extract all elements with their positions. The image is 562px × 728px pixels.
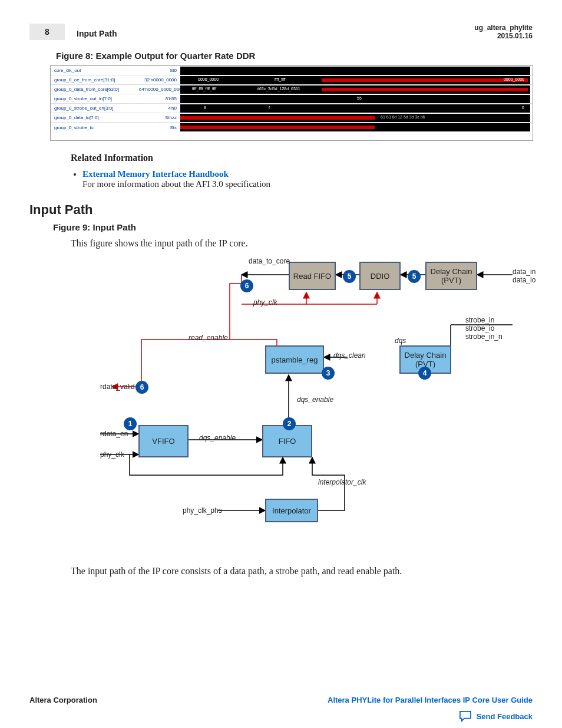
footer-guide-link[interactable]: Altera PHYLite for Parallel Interfaces I… <box>328 696 533 704</box>
num-badge: 5 <box>408 270 421 283</box>
num-badge: 6 <box>240 279 253 292</box>
related-desc: For more information about the AFI 3.0 s… <box>82 179 270 189</box>
header-left: 8 Input Path <box>29 24 117 40</box>
lbl-dqs-enable-2: dqs_enable <box>199 434 236 442</box>
lbl-data-to-core: data_to_core <box>249 257 290 265</box>
lbl-phy-clk-phs: phy_clk_phs <box>183 506 222 515</box>
num-badge: 1 <box>124 417 137 430</box>
header-right: ug_altera_phylite 2015.01.16 <box>474 24 533 40</box>
lbl-dqs: dqs <box>395 337 406 345</box>
box-delay-chain-1: Delay Chain (PVT) <box>425 262 477 290</box>
figure9-diagram: Read FIFO DDIO Delay Chain (PVT) pstambl… <box>65 257 518 552</box>
num-badge: 3 <box>322 367 335 380</box>
num-badge: 6 <box>135 381 148 394</box>
wave-value: Stx <box>139 125 180 130</box>
related-information-heading: Related Information <box>71 153 533 163</box>
lbl-rdata-en: rdata_en <box>100 430 128 438</box>
lbl-data-in: data_in <box>513 268 535 276</box>
page-number: 8 <box>29 24 65 40</box>
feedback-label: Send Feedback <box>477 712 533 721</box>
lbl-dqs-clean: dqs_clean <box>333 351 366 360</box>
wave-label: group_0_strobe_out_in[7:0] <box>51 96 139 101</box>
lbl-phy-clk-2: phy_clk <box>100 450 124 459</box>
lbl-strobe-in: strobe_in <box>465 316 494 324</box>
lbl-dqs-enable: dqs_enable <box>297 396 333 404</box>
lbl-interpolator-clk: interpolator_clk <box>318 478 366 486</box>
body-paragraph: The input path of the IP core consists o… <box>71 566 533 577</box>
doc-date: 2015.01.16 <box>474 32 533 40</box>
wave-label: group_0_strobe_io <box>51 125 139 130</box>
num-badge: 4 <box>418 367 431 380</box>
feedback-icon <box>459 710 472 722</box>
wave-label: group_0_data_from_core[63:0] <box>51 87 139 92</box>
figure8-title: Figure 8: Example Output for Quarter Rat… <box>56 51 533 61</box>
lbl-rdata-valid: rdata_valid <box>100 383 135 391</box>
box-ddio: DDIO <box>359 262 401 290</box>
lbl-strobe-io: strobe_io <box>465 324 494 332</box>
doc-id: ug_altera_phylite <box>474 24 533 32</box>
num-badge: 2 <box>283 417 296 430</box>
wave-label: group_0_strobe_out_en[3:0] <box>51 106 139 111</box>
related-list: External Memory Interface Handbook For m… <box>82 169 533 189</box>
figure9-desc: This figure shows the input path of the … <box>71 238 533 249</box>
wave-value: Sthzz <box>139 115 180 120</box>
related-list-item: External Memory Interface Handbook For m… <box>82 169 533 189</box>
page-footer: Altera Corporation Altera PHYLite for Pa… <box>29 696 533 704</box>
lbl-data-io: data_io <box>513 276 535 284</box>
wave-label: group_0_oe_from_core[31:0] <box>51 77 139 83</box>
send-feedback-link[interactable]: Send Feedback <box>459 710 533 722</box>
footer-company: Altera Corporation <box>29 696 97 704</box>
figure9-title: Figure 9: Input Path <box>53 222 533 232</box>
num-badge: 5 <box>343 270 356 283</box>
figure8-waveform: core_clk_out St0 group_0_oe_from_core[31… <box>50 65 533 141</box>
wave-label: core_clk_out <box>51 68 139 73</box>
wave-label: group_0_data_io[7:0] <box>51 115 139 120</box>
wave-value: 8'h55 <box>139 96 180 101</box>
external-memory-handbook-link[interactable]: External Memory Interface Handbook <box>82 169 229 179</box>
box-read-fifo: Read FIFO <box>289 262 336 290</box>
page-header: 8 Input Path ug_altera_phylite 2015.01.1… <box>29 24 533 40</box>
lbl-read-enable: read_enable <box>189 334 228 342</box>
wave-value: 64'h0000_0000_0000_0000 <box>139 87 180 92</box>
section-heading-input-path: Input Path <box>29 202 533 218</box>
header-section-title: Input Path <box>77 29 117 38</box>
box-vfifo: VFIFO <box>138 425 189 457</box>
wave-value: St0 <box>139 68 180 73</box>
lbl-phy-clk: phy_clk <box>253 298 277 307</box>
box-pstamble-reg: pstamble_reg <box>265 345 324 374</box>
wave-value: 4'h0 <box>139 106 180 111</box>
wave-value: 32'h0000_0000 <box>139 77 180 83</box>
lbl-strobe-in-n: strobe_in_n <box>465 332 503 341</box>
box-interpolator: Interpolator <box>265 499 318 522</box>
